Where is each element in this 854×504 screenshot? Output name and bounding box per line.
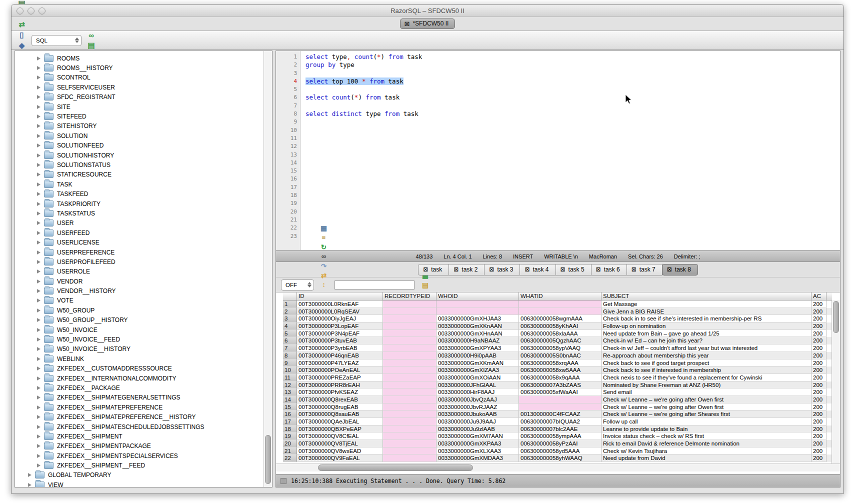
cell[interactable]: 200 [812, 315, 826, 322]
cell[interactable]: 00T3000000L0RknEAF [297, 300, 383, 308]
column-header-whatid[interactable]: WHATID [519, 292, 602, 300]
tree-item-userpreference[interactable]: USERPREFERENCE [15, 248, 264, 257]
tree-item-w50_invoice[interactable]: W50_INVOICE [15, 325, 264, 334]
row-number[interactable]: 15 [283, 404, 297, 411]
cell[interactable]: Get Massage [602, 300, 812, 308]
row-number[interactable]: 11 [283, 374, 297, 382]
disclosure-triangle-icon[interactable] [37, 212, 40, 216]
cell[interactable]: 00T3000000QAeJbEAL [297, 418, 383, 426]
code-line[interactable] [306, 102, 840, 110]
code-line[interactable] [306, 70, 840, 78]
row-number[interactable]: 4 [283, 322, 297, 330]
cell[interactable]: 00T3000000P3N4pEAF [297, 330, 383, 338]
tree-item-user[interactable]: USER [15, 218, 264, 228]
disclosure-triangle-icon[interactable] [37, 66, 40, 70]
cell[interactable]: 00T3000000QV8TjEAL [297, 440, 383, 448]
tree-item-userlicense[interactable]: USERLICENSE [15, 238, 264, 247]
code-line[interactable]: select distinct type from task [306, 110, 840, 118]
refresh-results-icon[interactable]: ↻ [319, 242, 328, 252]
disclosure-triangle-icon[interactable] [37, 454, 40, 458]
filter-results-icon[interactable]: ≡ [319, 232, 328, 242]
cell[interactable]: 0033000000GmXKPAA3 [436, 440, 519, 448]
tab-close-icon[interactable]: ⊠ [596, 266, 601, 272]
tree-item-solutionhistory[interactable]: SOLUTIONHISTORY [15, 150, 264, 160]
cell[interactable]: Rick to email David & reference Delmonte… [602, 440, 812, 448]
tab-close-icon[interactable]: ⊠ [489, 266, 494, 272]
cell[interactable] [383, 308, 436, 316]
table-row[interactable]: 1800T3000000QBXPeEAP0033000000Ju9zlAAB00… [283, 426, 832, 433]
save-results-icon[interactable]: ▦ [319, 223, 328, 232]
cell[interactable] [383, 388, 436, 396]
cell[interactable] [383, 300, 436, 308]
cell[interactable]: 0033000000JbukoAAB [436, 410, 519, 418]
cell[interactable] [383, 432, 436, 440]
move-rows-icon[interactable]: ↕ [319, 280, 328, 290]
tree-item-staticresource[interactable]: STATICRESOURCE [15, 170, 264, 180]
cell[interactable]: 00T3000000P46qnEAB [297, 352, 383, 360]
cell[interactable]: 200 [812, 404, 826, 411]
disclosure-triangle-icon[interactable] [37, 415, 40, 419]
code-line[interactable] [306, 208, 840, 216]
insert-row-icon[interactable]: ⇄ [319, 270, 328, 280]
results-tab-task[interactable]: ⊠task [418, 264, 449, 276]
cell[interactable]: 200 [812, 418, 826, 426]
cell[interactable]: 00T3000000QV9FaEAL [297, 454, 383, 462]
find-in-results-icon[interactable]: ∞ [319, 252, 328, 261]
tree-item-zkfedex__shipment__feed[interactable]: ZKFEDEX__SHIPMENT__FEED [15, 460, 264, 470]
tree-item-sitehistory[interactable]: SITEHISTORY [15, 122, 264, 131]
disclosure-triangle-icon[interactable] [28, 483, 32, 487]
cell[interactable]: 006300000058ypVAAQ [519, 344, 602, 352]
disclosure-triangle-icon[interactable] [37, 250, 40, 254]
cell[interactable]: Check-in w/ Jeff – couldn't afford last … [602, 344, 812, 352]
tab-close-icon[interactable]: ⊠ [632, 266, 636, 272]
table-row[interactable]: 800T3000000P46qnEAB0033000000H9i0pAAB006… [283, 352, 832, 360]
cell[interactable]: Give Jenn a BIG RAISE [602, 308, 812, 316]
code-line[interactable]: group by type [306, 61, 840, 69]
tab-close-icon[interactable]: ⊠ [524, 266, 530, 272]
cell[interactable]: 0033000000JbvQzAAJ [436, 396, 519, 404]
disclosure-triangle-icon[interactable] [37, 260, 40, 264]
cell[interactable]: 200 [812, 454, 826, 462]
cell[interactable]: 00630000005xfWaAAI [519, 388, 602, 396]
disclosure-triangle-icon[interactable] [37, 270, 40, 274]
cell[interactable]: 200 [812, 300, 826, 308]
tree-item-site[interactable]: SITE [15, 102, 264, 112]
results-search-input[interactable] [334, 280, 414, 290]
tree-item-userfeed[interactable]: USERFEED [15, 228, 264, 238]
cell[interactable]: 00T3000000Q8rugEAB [297, 404, 383, 411]
cell[interactable]: 006300000058yd5AAA [519, 448, 602, 455]
cell[interactable]: Follow up call [602, 418, 812, 426]
row-number[interactable]: 19 [283, 432, 297, 440]
disclosure-triangle-icon[interactable] [37, 338, 40, 342]
table-row[interactable]: 1100T3000000PREZaEAP0033000000GmXOiAAN00… [283, 374, 832, 382]
row-number[interactable]: 12 [283, 382, 297, 389]
cell[interactable]: 00T3000000P47LYEAZ [297, 360, 383, 367]
results-tab-task-3[interactable]: ⊠task 3 [484, 264, 520, 276]
row-number[interactable]: 20 [283, 440, 297, 448]
disclosure-triangle-icon[interactable] [37, 396, 40, 400]
row-number[interactable]: 1 [283, 300, 297, 308]
cell[interactable]: 00T3000000PREZaEAP [297, 374, 383, 382]
disclosure-triangle-icon[interactable] [37, 76, 40, 80]
code-line[interactable]: select type, count(*) from task [306, 53, 840, 61]
statement-type-dropdown[interactable]: SQL [32, 35, 82, 46]
tree-item-zkfedex__shipmatepreference__history[interactable]: ZKFEDEX__SHIPMATEPREFERENCE__HISTORY [15, 412, 264, 422]
tree-item-vendor__history[interactable]: VENDOR__HISTORY [15, 286, 264, 296]
tree-item-solutionstatus[interactable]: SOLUTIONSTATUS [15, 160, 264, 170]
column-header-ac[interactable]: AC [812, 292, 826, 300]
cell[interactable]: 00630000007blc2AAE [519, 426, 602, 433]
tree-item-sitefeed[interactable]: SITEFEED [15, 112, 264, 121]
cell[interactable]: 0033000000H9i0pAAB [436, 352, 519, 360]
disclosure-triangle-icon[interactable] [37, 406, 40, 410]
results-tab-task-4[interactable]: ⊠task 4 [520, 264, 556, 276]
cell[interactable]: 00T3000000Q8rexEAB [297, 396, 383, 404]
cell[interactable] [383, 448, 436, 455]
row-number[interactable]: 6 [283, 337, 297, 344]
cell[interactable]: 006300000058yhWAAQ [519, 454, 602, 462]
disclosure-triangle-icon[interactable] [37, 105, 40, 109]
disclosure-triangle-icon[interactable] [37, 464, 40, 468]
cell[interactable] [383, 454, 436, 462]
code-line[interactable] [306, 118, 840, 126]
cell[interactable]: 0033000000Ju9zlAAB [436, 426, 519, 433]
status-stop-icon[interactable] [280, 478, 286, 484]
